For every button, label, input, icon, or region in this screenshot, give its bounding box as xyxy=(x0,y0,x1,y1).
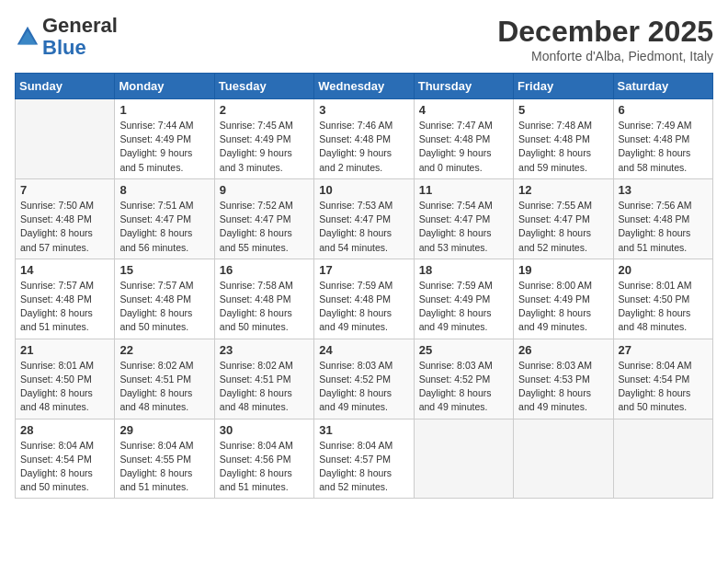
calendar-cell: 10Sunrise: 7:53 AM Sunset: 4:47 PM Dayli… xyxy=(314,178,414,259)
page-header: General Blue December 2025 Monforte d'Al… xyxy=(15,15,713,63)
day-number: 3 xyxy=(319,103,408,117)
day-info: Sunrise: 7:57 AM Sunset: 4:48 PM Dayligh… xyxy=(119,279,209,335)
day-number: 9 xyxy=(220,183,309,197)
day-number: 26 xyxy=(518,343,608,357)
day-info: Sunrise: 7:45 AM Sunset: 4:49 PM Dayligh… xyxy=(220,119,309,175)
calendar-cell: 25Sunrise: 8:03 AM Sunset: 4:52 PM Dayli… xyxy=(414,339,513,419)
calendar-cell: 22Sunrise: 8:02 AM Sunset: 4:51 PM Dayli… xyxy=(115,339,214,419)
day-info: Sunrise: 8:04 AM Sunset: 4:55 PM Dayligh… xyxy=(119,439,209,495)
week-row-3: 14Sunrise: 7:57 AM Sunset: 4:48 PM Dayli… xyxy=(16,259,713,339)
day-info: Sunrise: 8:01 AM Sunset: 4:50 PM Dayligh… xyxy=(619,279,708,335)
day-number: 6 xyxy=(619,103,708,117)
day-info: Sunrise: 8:04 AM Sunset: 4:54 PM Dayligh… xyxy=(619,359,708,415)
calendar-cell: 20Sunrise: 8:01 AM Sunset: 4:50 PM Dayli… xyxy=(613,259,712,339)
day-number: 1 xyxy=(119,103,209,117)
calendar-body: 1Sunrise: 7:44 AM Sunset: 4:49 PM Daylig… xyxy=(16,99,713,499)
header-wednesday: Wednesday xyxy=(314,74,414,99)
day-number: 20 xyxy=(619,263,708,277)
calendar-cell: 23Sunrise: 8:02 AM Sunset: 4:51 PM Dayli… xyxy=(214,339,313,419)
calendar-cell: 18Sunrise: 7:59 AM Sunset: 4:49 PM Dayli… xyxy=(414,259,513,339)
header-sunday: Sunday xyxy=(16,74,115,99)
day-number: 15 xyxy=(119,263,209,277)
title-block: December 2025 Monforte d'Alba, Piedmont,… xyxy=(497,15,713,63)
calendar-cell: 30Sunrise: 8:04 AM Sunset: 4:56 PM Dayli… xyxy=(214,419,313,499)
calendar-cell: 21Sunrise: 8:01 AM Sunset: 4:50 PM Dayli… xyxy=(16,339,115,419)
calendar-cell xyxy=(514,419,613,499)
day-number: 28 xyxy=(20,423,109,437)
day-number: 31 xyxy=(319,423,408,437)
day-number: 17 xyxy=(319,263,408,277)
calendar-cell: 9Sunrise: 7:52 AM Sunset: 4:47 PM Daylig… xyxy=(214,178,313,259)
day-info: Sunrise: 7:44 AM Sunset: 4:49 PM Dayligh… xyxy=(119,119,209,175)
day-number: 16 xyxy=(220,263,309,277)
day-info: Sunrise: 7:51 AM Sunset: 4:47 PM Dayligh… xyxy=(119,199,209,255)
calendar-cell xyxy=(613,419,712,499)
day-number: 24 xyxy=(319,343,408,357)
day-info: Sunrise: 8:04 AM Sunset: 4:57 PM Dayligh… xyxy=(319,439,408,495)
calendar-cell: 26Sunrise: 8:03 AM Sunset: 4:53 PM Dayli… xyxy=(514,339,613,419)
day-info: Sunrise: 7:56 AM Sunset: 4:48 PM Dayligh… xyxy=(619,199,708,255)
calendar-cell: 13Sunrise: 7:56 AM Sunset: 4:48 PM Dayli… xyxy=(613,178,712,259)
day-number: 10 xyxy=(319,183,408,197)
day-info: Sunrise: 7:57 AM Sunset: 4:48 PM Dayligh… xyxy=(20,279,109,335)
day-info: Sunrise: 7:50 AM Sunset: 4:48 PM Dayligh… xyxy=(20,199,109,255)
calendar-cell: 19Sunrise: 8:00 AM Sunset: 4:49 PM Dayli… xyxy=(514,259,613,339)
calendar-cell xyxy=(414,419,513,499)
month-title: December 2025 xyxy=(497,15,713,49)
day-info: Sunrise: 7:49 AM Sunset: 4:48 PM Dayligh… xyxy=(619,119,708,175)
calendar-cell: 14Sunrise: 7:57 AM Sunset: 4:48 PM Dayli… xyxy=(16,259,115,339)
day-info: Sunrise: 7:47 AM Sunset: 4:48 PM Dayligh… xyxy=(419,119,508,175)
day-info: Sunrise: 8:02 AM Sunset: 4:51 PM Dayligh… xyxy=(220,359,309,415)
week-row-1: 1Sunrise: 7:44 AM Sunset: 4:49 PM Daylig… xyxy=(16,99,713,179)
day-info: Sunrise: 7:55 AM Sunset: 4:47 PM Dayligh… xyxy=(518,199,608,255)
day-number: 30 xyxy=(220,423,309,437)
calendar-cell xyxy=(16,99,115,179)
day-info: Sunrise: 8:04 AM Sunset: 4:56 PM Dayligh… xyxy=(220,439,309,495)
logo-icon xyxy=(15,24,40,50)
day-number: 12 xyxy=(518,183,608,197)
calendar-cell: 4Sunrise: 7:47 AM Sunset: 4:48 PM Daylig… xyxy=(414,99,513,179)
day-number: 22 xyxy=(119,343,209,357)
day-info: Sunrise: 7:54 AM Sunset: 4:47 PM Dayligh… xyxy=(419,199,508,255)
day-info: Sunrise: 7:59 AM Sunset: 4:48 PM Dayligh… xyxy=(319,279,408,335)
calendar-cell: 11Sunrise: 7:54 AM Sunset: 4:47 PM Dayli… xyxy=(414,178,513,259)
calendar-cell: 3Sunrise: 7:46 AM Sunset: 4:48 PM Daylig… xyxy=(314,99,414,179)
day-number: 2 xyxy=(220,103,309,117)
header-tuesday: Tuesday xyxy=(214,74,313,99)
calendar-cell: 15Sunrise: 7:57 AM Sunset: 4:48 PM Dayli… xyxy=(115,259,214,339)
logo-general-text: General xyxy=(42,14,118,37)
day-number: 21 xyxy=(20,343,109,357)
header-friday: Friday xyxy=(514,74,613,99)
day-info: Sunrise: 8:03 AM Sunset: 4:52 PM Dayligh… xyxy=(319,359,408,415)
week-row-5: 28Sunrise: 8:04 AM Sunset: 4:54 PM Dayli… xyxy=(16,419,713,499)
day-info: Sunrise: 8:04 AM Sunset: 4:54 PM Dayligh… xyxy=(20,439,109,495)
day-number: 27 xyxy=(619,343,708,357)
logo: General Blue xyxy=(15,15,118,59)
calendar-cell: 2Sunrise: 7:45 AM Sunset: 4:49 PM Daylig… xyxy=(214,99,313,179)
day-number: 14 xyxy=(20,263,109,277)
logo-blue-text: Blue xyxy=(42,36,86,59)
day-info: Sunrise: 7:48 AM Sunset: 4:48 PM Dayligh… xyxy=(518,119,608,175)
calendar-cell: 16Sunrise: 7:58 AM Sunset: 4:48 PM Dayli… xyxy=(214,259,313,339)
day-info: Sunrise: 7:52 AM Sunset: 4:47 PM Dayligh… xyxy=(220,199,309,255)
day-number: 25 xyxy=(419,343,508,357)
day-info: Sunrise: 8:00 AM Sunset: 4:49 PM Dayligh… xyxy=(518,279,608,335)
week-row-4: 21Sunrise: 8:01 AM Sunset: 4:50 PM Dayli… xyxy=(16,339,713,419)
day-number: 7 xyxy=(20,183,109,197)
calendar-cell: 1Sunrise: 7:44 AM Sunset: 4:49 PM Daylig… xyxy=(115,99,214,179)
day-number: 19 xyxy=(518,263,608,277)
day-info: Sunrise: 7:53 AM Sunset: 4:47 PM Dayligh… xyxy=(319,199,408,255)
day-info: Sunrise: 7:46 AM Sunset: 4:48 PM Dayligh… xyxy=(319,119,408,175)
calendar-cell: 27Sunrise: 8:04 AM Sunset: 4:54 PM Dayli… xyxy=(613,339,712,419)
calendar-cell: 31Sunrise: 8:04 AM Sunset: 4:57 PM Dayli… xyxy=(314,419,414,499)
day-info: Sunrise: 7:59 AM Sunset: 4:49 PM Dayligh… xyxy=(419,279,508,335)
calendar-cell: 7Sunrise: 7:50 AM Sunset: 4:48 PM Daylig… xyxy=(16,178,115,259)
day-number: 8 xyxy=(119,183,209,197)
calendar-cell: 12Sunrise: 7:55 AM Sunset: 4:47 PM Dayli… xyxy=(514,178,613,259)
day-number: 4 xyxy=(419,103,508,117)
day-number: 11 xyxy=(419,183,508,197)
day-number: 5 xyxy=(518,103,608,117)
calendar-cell: 29Sunrise: 8:04 AM Sunset: 4:55 PM Dayli… xyxy=(115,419,214,499)
day-info: Sunrise: 8:03 AM Sunset: 4:53 PM Dayligh… xyxy=(518,359,608,415)
calendar-cell: 28Sunrise: 8:04 AM Sunset: 4:54 PM Dayli… xyxy=(16,419,115,499)
